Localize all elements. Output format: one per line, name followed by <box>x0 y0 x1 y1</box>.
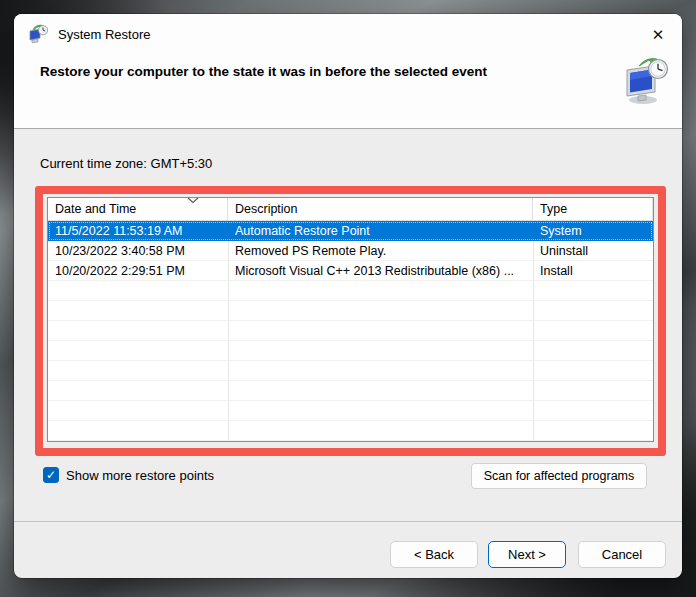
table-row-empty[interactable] <box>48 301 653 321</box>
table-cell <box>533 401 653 420</box>
table-cell: Removed PS Remote Play. <box>228 241 533 260</box>
back-button[interactable]: < Back <box>390 541 478 568</box>
table-cell <box>228 281 533 300</box>
table-row[interactable]: 11/5/2022 11:53:19 AMAutomatic Restore P… <box>48 221 653 241</box>
table-cell <box>228 421 533 440</box>
table-cell: Automatic Restore Point <box>228 221 533 241</box>
table-cell <box>48 381 228 400</box>
table-cell <box>228 341 533 360</box>
table-cell <box>533 421 653 440</box>
cancel-button[interactable]: Cancel <box>578 541 666 568</box>
table-row-empty[interactable] <box>48 381 653 401</box>
show-more-row: ✓ Show more restore points <box>43 467 214 483</box>
table-cell <box>48 401 228 420</box>
table-row[interactable]: 10/20/2022 2:29:51 PMMicrosoft Visual C+… <box>48 261 653 281</box>
table-cell: Microsoft Visual C++ 2013 Redistributabl… <box>228 261 533 280</box>
table-cell <box>533 281 653 300</box>
table-row[interactable]: 10/23/2022 3:40:58 PMRemoved PS Remote P… <box>48 241 653 261</box>
table-row-empty[interactable] <box>48 321 653 341</box>
table-row-empty[interactable] <box>48 421 653 441</box>
timezone-label: Current time zone: GMT+5:30 <box>40 156 212 171</box>
table-cell <box>48 341 228 360</box>
title-bar[interactable]: System Restore ✕ <box>14 14 682 54</box>
column-header[interactable]: Date and Time <box>48 198 228 220</box>
table-row-empty[interactable] <box>48 341 653 361</box>
table-body: 11/5/2022 11:53:19 AMAutomatic Restore P… <box>48 221 653 441</box>
system-restore-dialog: System Restore ✕ Restore your computer t… <box>14 14 682 578</box>
table-cell <box>228 381 533 400</box>
next-button[interactable]: Next > <box>488 541 566 568</box>
table-cell <box>228 301 533 320</box>
table-cell: System <box>533 221 653 241</box>
table-cell <box>228 361 533 380</box>
table-row-empty[interactable] <box>48 281 653 301</box>
show-more-checkbox[interactable]: ✓ <box>43 467 59 483</box>
restore-point-table[interactable]: Date and TimeDescriptionType 11/5/2022 1… <box>47 197 654 442</box>
table-cell <box>228 401 533 420</box>
table-cell: Uninstall <box>533 241 653 260</box>
footer-divider <box>14 521 682 522</box>
table-cell: 10/20/2022 2:29:51 PM <box>48 261 228 280</box>
close-icon[interactable]: ✕ <box>646 23 670 47</box>
table-cell: 10/23/2022 3:40:58 PM <box>48 241 228 260</box>
table-cell <box>48 301 228 320</box>
column-header[interactable]: Type <box>533 198 653 220</box>
show-more-label: Show more restore points <box>66 468 214 483</box>
table-cell <box>48 361 228 380</box>
dialog-header-area: System Restore ✕ Restore your computer t… <box>14 14 682 129</box>
desktop-wallpaper: System Restore ✕ Restore your computer t… <box>0 0 696 597</box>
table-header-row: Date and TimeDescriptionType <box>48 198 653 221</box>
table-cell <box>48 321 228 340</box>
table-cell <box>533 381 653 400</box>
page-instruction: Restore your computer to the state it wa… <box>40 64 600 79</box>
scan-affected-programs-button[interactable]: Scan for affected programs <box>471 463 647 489</box>
table-cell <box>533 361 653 380</box>
column-header[interactable]: Description <box>228 198 533 220</box>
table-cell <box>48 421 228 440</box>
table-cell <box>533 321 653 340</box>
table-cell <box>48 281 228 300</box>
sort-descending-icon <box>186 196 200 204</box>
table-cell: Install <box>533 261 653 280</box>
system-restore-large-icon <box>621 56 669 106</box>
table-cell <box>228 321 533 340</box>
table-row-empty[interactable] <box>48 361 653 381</box>
table-cell <box>533 301 653 320</box>
table-cell <box>533 341 653 360</box>
window-title: System Restore <box>58 27 150 42</box>
system-restore-icon <box>29 24 49 44</box>
table-cell: 11/5/2022 11:53:19 AM <box>48 221 228 241</box>
table-row-empty[interactable] <box>48 401 653 421</box>
